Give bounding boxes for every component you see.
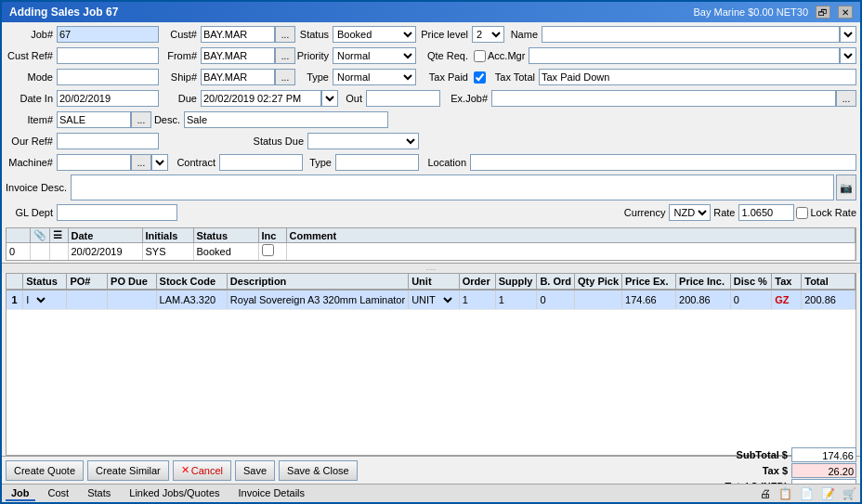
line-cell-supply: 1	[495, 290, 537, 310]
ex-job-input[interactable]	[491, 90, 836, 107]
cart-icon[interactable]: 🛒	[842, 487, 856, 500]
log-col-initials: Initials	[142, 228, 193, 243]
line-items-area: ..... Status PO# PO Due Stock Code Descr…	[2, 263, 860, 457]
acc-mgr-select[interactable]	[840, 47, 856, 64]
copy-icon[interactable]: 📋	[778, 487, 792, 500]
job-input[interactable]	[57, 26, 159, 43]
line-col-po-due: PO Due	[108, 274, 157, 290]
ex-job-label: Ex.Job#	[440, 93, 491, 104]
status-select[interactable]: Booked	[333, 26, 416, 43]
cancel-button[interactable]: ✕ Cancel	[173, 460, 231, 481]
line-status-select[interactable]	[32, 291, 48, 308]
cust-input[interactable]	[201, 26, 275, 43]
item-input[interactable]	[57, 111, 131, 128]
priority-select[interactable]: Normal	[333, 47, 416, 64]
ex-job-dots-button[interactable]: ...	[836, 90, 856, 107]
lock-rate-checkbox[interactable]	[796, 207, 808, 219]
save-button[interactable]: Save	[235, 460, 275, 481]
cancel-x-icon: ✕	[181, 464, 189, 476]
rate-input[interactable]	[738, 204, 794, 221]
close-button[interactable]: ✕	[838, 6, 853, 19]
line-table-wrapper: Status PO# PO Due Stock Code Description…	[6, 273, 856, 457]
save-close-button[interactable]: Save & Close	[279, 460, 358, 481]
line-unit-select[interactable]	[438, 291, 455, 308]
log-cell-attach	[30, 243, 49, 260]
notes-icon[interactable]: 📝	[821, 487, 835, 500]
line-cell-unit: UNIT	[409, 290, 460, 310]
resize-handle[interactable]: .....	[2, 264, 860, 273]
invoice-desc-textarea[interactable]	[71, 174, 834, 200]
doc-icon[interactable]: 📄	[800, 487, 814, 500]
from-dots-button[interactable]: ...	[275, 47, 295, 64]
machine-input[interactable]	[57, 154, 131, 171]
log-cell-icon	[49, 243, 68, 260]
tab-invoice-details[interactable]: Invoice Details	[233, 486, 311, 501]
invoice-desc-row: Invoice Desc. 📷	[6, 174, 856, 201]
cust-dots-button[interactable]: ...	[275, 26, 295, 43]
tab-job[interactable]: Job	[6, 486, 35, 501]
from-input[interactable]	[201, 47, 275, 64]
name-label: Name	[504, 29, 542, 40]
cust-label: Cust#	[159, 29, 201, 40]
line-col-tax: Tax	[772, 274, 802, 290]
currency-select[interactable]: NZD	[669, 204, 711, 221]
restore-button[interactable]: 🗗	[816, 6, 830, 19]
line-row: 1 I LAM.A3.320 Royal Sovereign A3 320mm …	[7, 290, 855, 310]
subtotal-value: 174.66	[791, 447, 856, 462]
tab-cost[interactable]: Cost	[43, 486, 75, 501]
due-select[interactable]	[321, 90, 338, 107]
item-dots-button[interactable]: ...	[131, 111, 151, 128]
tax-paid-checkbox[interactable]	[474, 71, 486, 84]
out-input[interactable]	[366, 90, 440, 107]
log-col-1: 📎	[30, 228, 49, 243]
form-area: Job# Cust# ... Status Booked Price level…	[2, 22, 860, 226]
type-select[interactable]: Normal	[333, 69, 416, 85]
bottom-bar: Create Quote Create Similar ✕ Cancel Sav…	[2, 456, 860, 484]
printer-icon[interactable]: 🖨	[760, 487, 771, 500]
status-due-select[interactable]	[307, 133, 419, 149]
contract-input[interactable]	[219, 154, 303, 171]
log-table-area: 📎 ☰ Date Initials Status Inc Comment 0	[6, 227, 856, 261]
invoice-desc-button[interactable]: 📷	[836, 174, 856, 200]
line-cell-po	[67, 290, 108, 310]
create-quote-button[interactable]: Create Quote	[6, 460, 84, 481]
ship-input[interactable]	[201, 69, 275, 85]
mode-input[interactable]	[57, 69, 159, 85]
machine-type-select[interactable]	[151, 154, 168, 171]
create-similar-button[interactable]: Create Similar	[87, 460, 169, 481]
tab-stats[interactable]: Stats	[82, 486, 116, 501]
line-col-bord: B. Ord	[537, 274, 575, 290]
tab-linked-jobs-quotes[interactable]: Linked Jobs/Quotes	[124, 486, 225, 501]
acc-mgr-label: Acc.Mgr	[488, 50, 529, 61]
line-cell-tax: GZ	[772, 290, 802, 310]
rate-label: Rate	[711, 207, 738, 218]
desc-input[interactable]	[184, 111, 388, 128]
acc-mgr-input[interactable]	[529, 47, 840, 64]
cust-ref-input[interactable]	[57, 47, 159, 64]
line-cell-order: 1	[459, 290, 495, 310]
form-row-3: Mode Ship# ... Type Normal Tax Paid Tax …	[6, 67, 856, 87]
due-input[interactable]	[201, 90, 321, 107]
ship-dots-button[interactable]: ...	[275, 69, 295, 85]
machine-dots-button[interactable]: ...	[131, 154, 151, 171]
name-select[interactable]	[840, 26, 856, 43]
gl-dept-input[interactable]	[57, 204, 177, 221]
out-label: Out	[338, 93, 366, 104]
line-col-price-inc: Price Inc.	[676, 274, 731, 290]
qte-req-checkbox[interactable]	[474, 50, 486, 62]
main-window: Adding Sales Job 67 Bay Marine $0.00 NET…	[0, 0, 862, 504]
line-cell-price-ex: 174.66	[622, 290, 676, 310]
form-row-6: Our Ref# Status Due	[6, 131, 856, 151]
price-level-select[interactable]: 2	[472, 26, 504, 43]
date-in-input[interactable]	[57, 90, 159, 107]
type2-input[interactable]	[335, 154, 419, 171]
our-ref-input[interactable]	[57, 133, 159, 149]
form-row-7: Machine# ... Contract Type Location	[6, 152, 856, 173]
line-col-po: PO#	[67, 274, 108, 290]
machine-label: Machine#	[6, 157, 57, 168]
name-input[interactable]	[542, 26, 840, 43]
tabs-bar: Job Cost Stats Linked Jobs/Quotes Invoic…	[2, 484, 860, 502]
tax-total-input[interactable]	[539, 69, 856, 85]
line-col-stock: Stock Code	[156, 274, 227, 290]
location-input[interactable]	[470, 154, 856, 171]
